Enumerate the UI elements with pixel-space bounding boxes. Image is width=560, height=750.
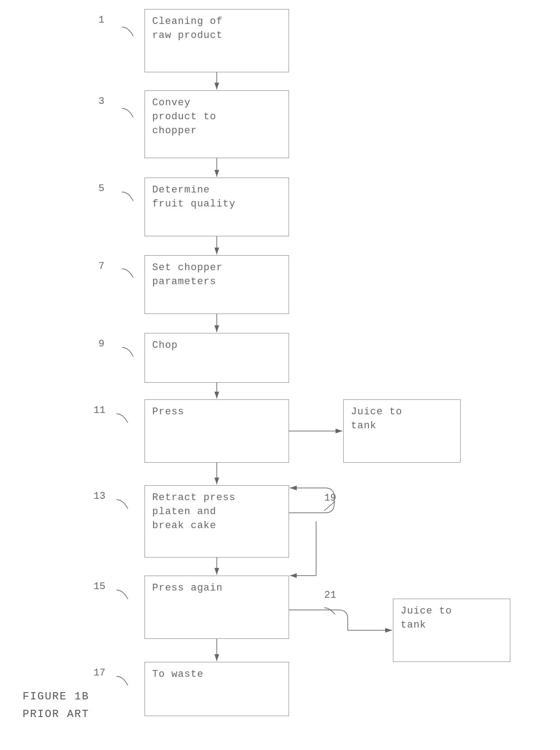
step-13-text: Retract pressplaten andbreak cake <box>152 492 236 531</box>
step-9-box: Chop <box>145 333 289 383</box>
step-1-box: Cleaning ofraw product <box>145 9 289 72</box>
step-11-box: Press <box>145 399 289 463</box>
step-15-text: Press again <box>152 582 223 594</box>
step-num-13: 13 <box>93 491 105 502</box>
step-11-text: Press <box>152 406 184 417</box>
step-num-21: 21 <box>324 590 336 601</box>
step-17-box: To waste <box>145 662 289 716</box>
step-5-text: Determinefruit quality <box>152 184 236 210</box>
step-num-5: 5 <box>98 183 104 194</box>
figure-label-line1: FIGURE 1B <box>23 688 89 705</box>
step-7-box: Set chopperparameters <box>145 255 289 314</box>
step-num-3: 3 <box>98 96 104 107</box>
step-num-7: 7 <box>98 261 104 272</box>
step-15-box: Press again <box>145 576 289 639</box>
flowchart-diagram: Cleaning ofraw product 1 Conveyproduct t… <box>0 0 560 750</box>
step-17-text: To waste <box>152 669 204 680</box>
step-5-box: Determinefruit quality <box>145 178 289 236</box>
step-3-text: Conveyproduct tochopper <box>152 97 216 136</box>
juice-to-tank-1-box: Juice totank <box>343 399 461 463</box>
step-num-9: 9 <box>98 338 104 350</box>
step-num-15: 15 <box>93 581 105 592</box>
step-3-box: Conveyproduct tochopper <box>145 90 289 158</box>
juice-to-tank-1-text: Juice totank <box>351 406 402 431</box>
juice-to-tank-2-text: Juice totank <box>401 605 452 631</box>
step-1-text: Cleaning ofraw product <box>152 16 223 41</box>
step-num-11: 11 <box>93 405 105 416</box>
step-num-19: 19 <box>324 492 336 504</box>
step-num-17: 17 <box>93 667 105 679</box>
step-9-text: Chop <box>152 340 178 351</box>
step-num-1: 1 <box>98 14 104 26</box>
figure-label: FIGURE 1B PRIOR ART <box>23 688 89 723</box>
figure-label-line2: PRIOR ART <box>23 706 89 723</box>
juice-to-tank-2-box: Juice totank <box>393 599 510 662</box>
step-13-box: Retract pressplaten andbreak cake <box>145 485 289 558</box>
step-7-text: Set chopperparameters <box>152 262 223 287</box>
